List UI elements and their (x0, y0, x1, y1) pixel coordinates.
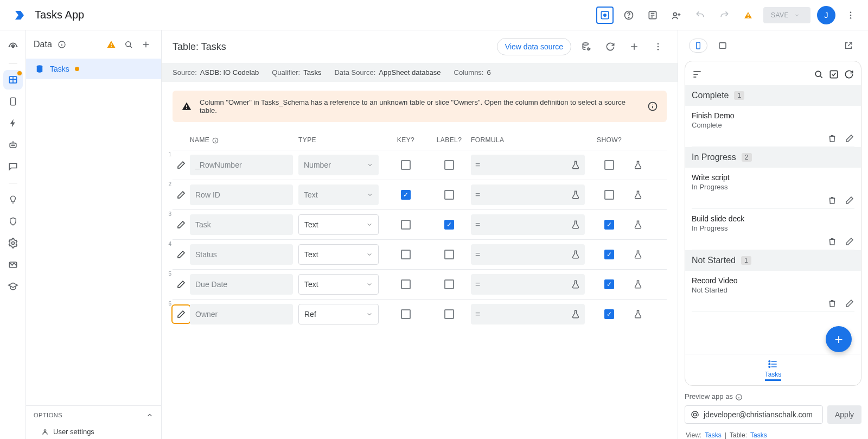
fab-add-button[interactable]: + (826, 326, 852, 352)
show-checkbox[interactable] (604, 309, 614, 319)
key-checkbox[interactable] (401, 309, 411, 319)
column-type-select[interactable]: Text (298, 184, 379, 205)
label-checkbox[interactable] (444, 309, 454, 319)
column-name-field[interactable]: _RowNumber (190, 155, 293, 175)
show-checkbox[interactable] (604, 190, 614, 200)
column-type-select[interactable]: Number (298, 155, 379, 175)
key-checkbox[interactable] (401, 250, 411, 259)
user-avatar[interactable]: J (817, 6, 835, 24)
column-name-field[interactable]: Task (190, 214, 293, 235)
show-formula-icon[interactable] (628, 160, 648, 170)
key-checkbox[interactable] (401, 190, 411, 200)
formula-field[interactable]: = (471, 274, 585, 295)
sort-icon[interactable] (692, 69, 703, 80)
settings-tab-icon[interactable] (3, 233, 23, 253)
user-settings-option[interactable]: User settings (26, 424, 161, 439)
delete-icon[interactable] (827, 298, 837, 308)
apply-button[interactable]: Apply (827, 405, 861, 424)
column-type-select[interactable]: Text (298, 274, 379, 295)
column-name-field[interactable]: Row ID (190, 184, 293, 205)
add-column-icon[interactable] (626, 38, 643, 55)
key-checkbox[interactable] (401, 220, 411, 230)
data-tab-icon[interactable] (3, 70, 23, 90)
preview-search-icon[interactable] (813, 69, 824, 80)
show-checkbox[interactable] (604, 250, 614, 259)
kebab-menu-icon[interactable] (842, 7, 859, 24)
show-checkbox[interactable] (604, 220, 614, 230)
label-checkbox[interactable] (444, 279, 454, 289)
edit-column-icon[interactable] (173, 306, 190, 323)
show-checkbox[interactable] (604, 279, 614, 289)
select-mode-icon[interactable] (596, 7, 614, 24)
table-list-item[interactable]: Tasks (26, 59, 161, 79)
tablet-preview-toggle[interactable] (714, 37, 731, 54)
edit-icon[interactable] (845, 298, 854, 308)
delete-icon[interactable] (827, 237, 837, 246)
search-icon[interactable] (121, 37, 136, 52)
preview-group-header[interactable]: In Progress2 (685, 147, 861, 168)
warning-info-icon[interactable] (647, 101, 658, 112)
key-checkbox[interactable] (401, 279, 411, 289)
help-icon[interactable] (620, 7, 637, 24)
manage-tab-icon[interactable] (3, 255, 23, 275)
save-button[interactable]: SAVE (763, 7, 810, 23)
column-name-field[interactable]: Owner (190, 304, 293, 325)
info-icon[interactable] (54, 37, 69, 52)
mobile-preview-toggle[interactable] (689, 39, 707, 53)
bots-tab-icon[interactable] (3, 135, 23, 155)
column-name-field[interactable]: Due Date (190, 274, 293, 295)
show-formula-icon[interactable] (628, 309, 648, 319)
preview-task-item[interactable]: Finish DemoComplete (685, 106, 861, 147)
column-type-select[interactable]: Text (298, 214, 379, 235)
edit-column-icon[interactable] (173, 186, 190, 203)
formula-field[interactable]: = (471, 155, 585, 175)
view-link[interactable]: Tasks (705, 431, 722, 439)
formula-field[interactable]: = (471, 244, 585, 265)
delete-icon[interactable] (827, 133, 837, 143)
preview-select-icon[interactable] (828, 69, 839, 80)
views-tab-icon[interactable] (3, 92, 23, 111)
delete-icon[interactable] (827, 195, 837, 205)
edit-column-icon[interactable] (173, 276, 190, 293)
show-checkbox[interactable] (604, 160, 614, 170)
label-checkbox[interactable] (444, 250, 454, 259)
home-icon[interactable] (3, 37, 23, 56)
chat-tab-icon[interactable] (3, 157, 23, 176)
label-checkbox[interactable] (444, 160, 454, 170)
open-preview-icon[interactable] (840, 37, 857, 54)
undo-icon[interactable] (692, 7, 709, 24)
warning-icon[interactable] (739, 7, 757, 24)
security-tab-icon[interactable] (3, 212, 23, 231)
key-checkbox[interactable] (401, 160, 411, 170)
column-type-select[interactable]: Ref (298, 304, 379, 325)
preview-task-item[interactable]: Build slide deckIn Progress (685, 209, 861, 250)
preview-task-item[interactable]: Write scriptIn Progress (685, 168, 861, 209)
edit-column-icon[interactable] (173, 216, 190, 233)
share-icon[interactable] (668, 7, 685, 24)
formula-field[interactable]: = (471, 184, 585, 205)
edit-icon[interactable] (845, 237, 854, 246)
options-toggle[interactable]: OPTIONS (26, 405, 161, 424)
news-icon[interactable] (644, 7, 661, 24)
add-table-icon[interactable] (138, 37, 154, 52)
preview-bottom-nav[interactable]: Tasks (685, 354, 861, 385)
edit-icon[interactable] (845, 195, 854, 205)
actions-tab-icon[interactable] (3, 113, 23, 133)
intelligence-tab-icon[interactable] (3, 190, 23, 209)
edit-column-icon[interactable] (173, 156, 190, 174)
preview-group-header[interactable]: Complete1 (685, 85, 861, 106)
table-settings-icon[interactable] (578, 38, 595, 55)
column-type-select[interactable]: Text (298, 244, 379, 265)
formula-field[interactable]: = (471, 304, 585, 325)
regenerate-icon[interactable] (602, 38, 619, 55)
preview-refresh-icon[interactable] (844, 69, 854, 80)
preview-task-item[interactable]: Record VideoNot Started (685, 271, 861, 312)
edit-icon[interactable] (845, 133, 854, 143)
show-formula-icon[interactable] (628, 220, 648, 230)
view-data-source-button[interactable]: View data source (497, 38, 571, 55)
label-checkbox[interactable] (444, 220, 454, 230)
education-tab-icon[interactable] (3, 277, 23, 296)
show-formula-icon[interactable] (628, 190, 648, 200)
edit-column-icon[interactable] (173, 246, 190, 263)
panel-warning-icon[interactable] (104, 37, 119, 52)
